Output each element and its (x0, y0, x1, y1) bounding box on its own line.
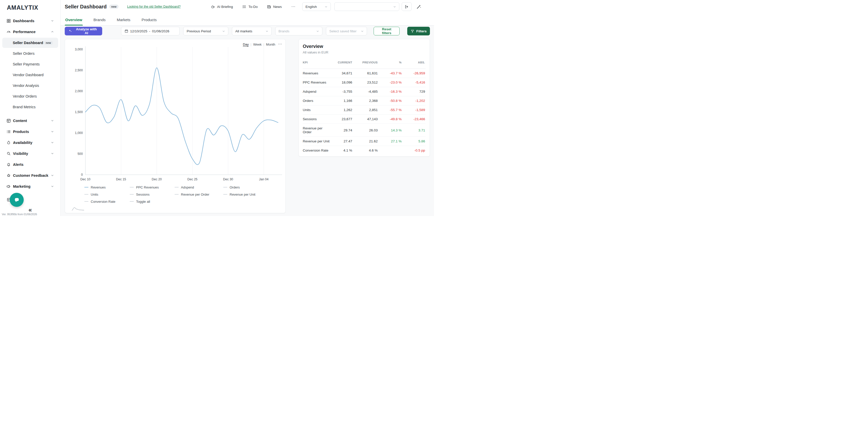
sidebar-item-products[interactable]: Products (0, 126, 60, 137)
content-icon (6, 119, 11, 123)
tab-products[interactable]: Products (141, 18, 157, 25)
calendar-icon (124, 29, 128, 33)
sidebar-item-content[interactable]: Content (0, 115, 60, 126)
filters-button[interactable]: Filters (407, 27, 430, 35)
kpi-pct: 14.3 % (378, 126, 402, 135)
sidebar-item-label: Performance (13, 30, 36, 34)
chevron-down-icon (393, 5, 397, 9)
sidebar-item-label: Customer Feedback (13, 173, 49, 177)
kpi-abs: -1,202 (402, 96, 425, 105)
sidebar-item-brand-metrics[interactable]: Brand Metrics (2, 102, 58, 112)
news-button[interactable]: News (267, 5, 282, 9)
date-range-picker[interactable]: 12/10/2025 - 01/06/2026 (121, 27, 180, 35)
chevron-up-icon (51, 30, 54, 34)
legend-swatch (84, 187, 88, 188)
legend-item-revenue-per-order[interactable]: Revenue per Order (175, 192, 223, 197)
legend-item-sessions[interactable]: Sessions (130, 192, 175, 197)
sidebar-subitem-label: Seller Payments (13, 62, 40, 66)
legend-item-adspend[interactable]: Adspend (175, 185, 223, 190)
kpi-name: Orders (303, 96, 331, 105)
sidebar-item-dashboards[interactable]: Dashboards (0, 15, 60, 26)
chevron-down-icon (265, 29, 269, 33)
sidebar-item-label: Alerts (13, 163, 24, 167)
comparison-select[interactable]: Previous Period (183, 27, 228, 35)
new-badge: new (109, 5, 119, 9)
markets-select[interactable]: All markets (232, 27, 272, 35)
legend-item-toggle-all[interactable]: Toggle all (130, 199, 175, 204)
reset-filters-button[interactable]: Reset filters (374, 27, 400, 35)
kpi-row-revenue-per-unit: Revenue per Unit 27.47 21.62 27.1 % 5.86 (303, 137, 426, 146)
amalytix-logo: AMALYTIX (0, 0, 60, 14)
ai-briefing-label: AI Briefing (217, 5, 233, 9)
dashboards-icon (6, 19, 11, 23)
chart-menu-icon[interactable] (278, 42, 282, 46)
kpi-name: Revenues (303, 69, 331, 78)
legend-item-revenues[interactable]: Revenues (84, 185, 130, 190)
sidebar-item-availability[interactable]: Availability (0, 137, 60, 148)
kpi-table-header: KPI CURRENT PREVIOUS % ABS. (303, 58, 426, 69)
svg-text:3,000: 3,000 (75, 47, 83, 51)
date-separator: - (149, 29, 150, 33)
legend-swatch (130, 187, 134, 188)
sidebar-item-vendor-orders[interactable]: Vendor Orders (2, 91, 58, 101)
sidebar-item-marketing[interactable]: Marketing (0, 181, 60, 192)
sidebar-item-seller-orders[interactable]: Seller Orders (2, 48, 58, 59)
magic-wand-icon[interactable] (416, 4, 422, 9)
kpi-row-conversion-rate: Conversion Rate 4.1 % 4.6 % -0.5 pp (303, 146, 426, 155)
chart-brush-preview[interactable] (72, 206, 84, 211)
legend-item-ppc-revenues[interactable]: PPC Revenues (130, 185, 175, 190)
language-select[interactable]: English (302, 2, 331, 11)
kpi-pct: 27.1 % (378, 137, 402, 146)
logout-button[interactable] (402, 2, 411, 11)
sidebar-subitem-label: Brand Metrics (13, 105, 35, 109)
topbar: Seller Dashboard new Looking for the old… (61, 0, 434, 13)
granularity-week[interactable]: Week (253, 42, 261, 46)
sidebar: AMALYTIX Dashboards Performance Seller D… (0, 0, 61, 216)
kpi-abs: -1,589 (402, 105, 425, 114)
version-text: Ver. 953f95b from 01/06/2026 (2, 213, 37, 216)
analyze-with-ai-button[interactable]: Analyze with AI (65, 27, 102, 35)
account-select[interactable] (334, 2, 399, 11)
checklist-icon (242, 5, 246, 9)
legend-swatch (175, 187, 179, 188)
revenue-line-chart[interactable]: Dec 10Dec 15Dec 20Dec 25Dec 30Jan 040500… (65, 45, 285, 182)
kpi-pct: -49.8 % (378, 114, 402, 124)
saved-filter-select[interactable]: Select saved filter (326, 27, 367, 35)
sidebar-item-visibility[interactable]: Visibility (0, 148, 60, 159)
legend-swatch (130, 194, 134, 195)
todo-button[interactable]: To-Do (242, 5, 258, 9)
sidebar-item-vendor-analysis[interactable]: Vendor Analysis (2, 80, 58, 91)
sidebar-item-performance[interactable]: Performance (0, 26, 60, 37)
legend-item-conversion-rate[interactable]: Conversion Rate (84, 199, 130, 204)
more-menu-icon[interactable] (291, 4, 296, 9)
tab-brands[interactable]: Brands (93, 18, 106, 25)
legend-item-orders[interactable]: Orders (223, 185, 285, 190)
brands-select[interactable]: Brands (275, 27, 322, 35)
sidebar-collapse-button[interactable]: « (0, 207, 60, 213)
svg-text:500: 500 (78, 152, 83, 156)
tab-markets[interactable]: Markets (116, 18, 131, 25)
granularity-month[interactable]: Month (266, 42, 275, 46)
ai-briefing-button[interactable]: AI Briefing (211, 5, 233, 9)
sidebar-item-seller-dashboard[interactable]: Seller Dashboard new (2, 38, 58, 48)
legend-swatch (130, 201, 134, 202)
old-dashboard-link[interactable]: Looking for the old Seller Dashboard? (127, 5, 181, 8)
granularity-day[interactable]: Day (243, 42, 249, 46)
kpi-current: 34,671 (331, 69, 352, 78)
legend-item-revenue-per-unit[interactable]: Revenue per Unit (223, 192, 285, 197)
legend-label: Sessions (136, 193, 150, 196)
chevron-down-icon (51, 119, 54, 123)
sidebar-item-seller-payments[interactable]: Seller Payments (2, 59, 58, 69)
kpi-row-orders: Orders 1,166 2,368 -50.8 % -1,202 (303, 96, 426, 105)
legend-swatch (223, 187, 227, 188)
sidebar-item-customer-feedback[interactable]: Customer Feedback (0, 170, 60, 181)
col-pct: % (378, 58, 402, 66)
sidebar-item-alerts[interactable]: Alerts (0, 159, 60, 170)
sidebar-item-vendor-dashboard[interactable]: Vendor Dashboard (2, 70, 58, 80)
legend-item-units[interactable]: Units (84, 192, 130, 197)
legend-swatch (175, 194, 179, 195)
chat-widget-button[interactable] (10, 193, 24, 207)
kpi-abs: 3.71 (402, 126, 425, 135)
sidebar-subitem-label: Seller Dashboard (13, 41, 43, 45)
tab-overview[interactable]: Overview (65, 18, 83, 25)
